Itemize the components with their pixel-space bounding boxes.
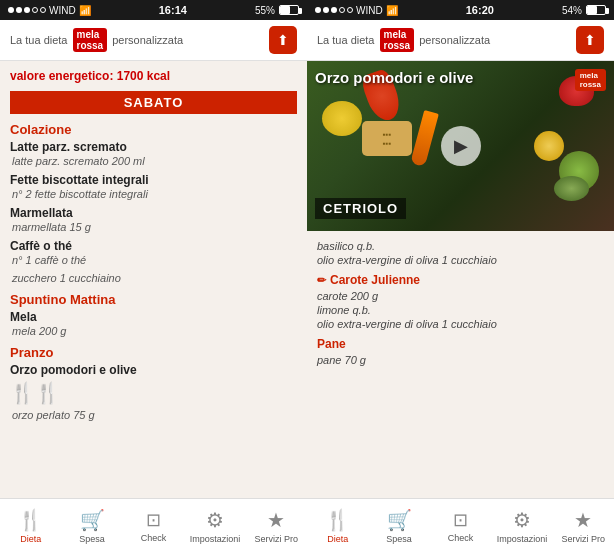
dot2: [16, 7, 22, 13]
share-button-right[interactable]: ⬆: [576, 26, 604, 54]
nav-dieta-right[interactable]: 🍴 Dieta: [307, 508, 368, 544]
nav-spesa-right[interactable]: 🛒 Spesa: [368, 508, 429, 544]
section-pranzo: Pranzo Orzo pomodori e olive 🍴🍴 orzo per…: [10, 345, 297, 421]
nav-impostazioni-right[interactable]: ⚙ Impostazioni: [491, 508, 552, 544]
section-title-colazione: Colazione: [10, 122, 297, 137]
time-left: 16:14: [159, 4, 187, 16]
nav-check-right[interactable]: ⊡ Check: [430, 509, 491, 543]
time-right: 16:20: [466, 4, 494, 16]
wifi-icon-left: 📶: [79, 5, 91, 16]
cetriolo-label: CETRIOLO: [315, 198, 406, 219]
item-caffe-detail1: n° 1 caffè o thé: [10, 254, 297, 266]
item-caffe-detail2: zucchero 1 cucchiaino: [10, 272, 297, 284]
nav-servizi-right[interactable]: ★ Servizi Pro: [553, 508, 614, 544]
battery-pct-right: 54%: [562, 5, 582, 16]
item-caffe-title: Caffè o thé: [10, 239, 297, 253]
header-text-before-right: La tua dieta: [317, 34, 375, 46]
item-latte-detail: latte parz. scremato 200 ml: [10, 155, 297, 167]
nav-servizi-icon-left: ★: [267, 508, 285, 532]
app-header-left: La tua dieta melarossa personalizzata ⬆: [0, 20, 307, 61]
subsection-pane: Pane: [317, 337, 604, 351]
subsection-carote: ✏ Carote Julienne: [317, 273, 604, 287]
recipe-image-bg: ▪▪▪▪▪▪ ▶ CETRIOLO melarossa: [307, 61, 614, 231]
nav-impostazioni-left[interactable]: ⚙ Impostazioni: [184, 508, 245, 544]
header-text-after-left: personalizzata: [112, 34, 183, 46]
dot5r: [347, 7, 353, 13]
status-bar-right: WIND 📶 16:20 54%: [307, 0, 614, 20]
dot3r: [331, 7, 337, 13]
nav-servizi-label-left: Servizi Pro: [255, 534, 299, 544]
status-right-left: 55%: [255, 5, 299, 16]
nav-spesa-label-right: Spesa: [386, 534, 412, 544]
carote-detail3: olio extra-vergine di oliva 1 cucchiaio: [317, 317, 604, 331]
fork-icon-decoration: 🍴🍴: [10, 381, 297, 405]
nav-check-icon-left: ⊡: [146, 509, 161, 531]
dot4: [32, 7, 38, 13]
nav-impostazioni-label-right: Impostazioni: [497, 534, 548, 544]
section-colazione: Colazione Latte parz. scremato latte par…: [10, 122, 297, 284]
nav-check-label-right: Check: [448, 533, 474, 543]
section-title-spuntino: Spuntino Mattina: [10, 292, 297, 307]
battery-pct-left: 55%: [255, 5, 275, 16]
header-text-before-left: La tua dieta: [10, 34, 68, 46]
energy-value: 1700 kcal: [117, 69, 170, 83]
recipe-title: Orzo pomodori e olive: [315, 69, 473, 86]
item-marmellata-detail: marmellata 15 g: [10, 221, 297, 233]
carrot-decoration: [410, 110, 439, 167]
status-right-right: 54%: [562, 5, 606, 16]
pencil-icon-carote: ✏: [317, 274, 326, 287]
nav-check-icon-right: ⊡: [453, 509, 468, 531]
status-left-right: WIND 📶: [315, 5, 398, 16]
dot5: [40, 7, 46, 13]
subsection-carote-label: Carote Julienne: [330, 273, 420, 287]
item-fette-title: Fette biscottate integrali: [10, 173, 297, 187]
item-latte-title: Latte parz. scremato: [10, 140, 297, 154]
nav-servizi-icon-right: ★: [574, 508, 592, 532]
left-phone: WIND 📶 16:14 55% La tua dieta melarossa …: [0, 0, 307, 552]
ingredient-olio1: olio extra-vergine di oliva 1 cucchiaio: [317, 253, 604, 267]
signal-dots: [8, 7, 46, 13]
nav-check-left[interactable]: ⊡ Check: [123, 509, 184, 543]
melarossa-badge: melarossa: [575, 69, 606, 91]
wifi-icon-right: 📶: [386, 5, 398, 16]
logo-mela-right: melarossa: [380, 28, 415, 52]
recipe-image[interactable]: ▪▪▪▪▪▪ ▶ CETRIOLO melarossa Orzo pomodor…: [307, 61, 614, 231]
dot2r: [323, 7, 329, 13]
section-spuntino: Spuntino Mattina Mela mela 200 g: [10, 292, 297, 337]
bottom-nav-left: 🍴 Dieta 🛒 Spesa ⊡ Check ⚙ Impostazioni ★…: [0, 498, 307, 552]
right-phone: WIND 📶 16:20 54% La tua dieta melarossa …: [307, 0, 614, 552]
nav-servizi-left[interactable]: ★ Servizi Pro: [246, 508, 307, 544]
nav-spesa-icon-right: 🛒: [387, 508, 412, 532]
lemon-decoration: [322, 101, 362, 136]
nav-dieta-left[interactable]: 🍴 Dieta: [0, 508, 61, 544]
play-button[interactable]: ▶: [441, 126, 481, 166]
olive-decoration: [554, 176, 589, 201]
nav-dieta-icon-right: 🍴: [325, 508, 350, 532]
nav-servizi-label-right: Servizi Pro: [562, 534, 606, 544]
carote-detail1: carote 200 g: [317, 289, 604, 303]
share-icon-left: ⬆: [277, 32, 289, 48]
dot4r: [339, 7, 345, 13]
energy-label: valore energetico:: [10, 69, 113, 83]
ingredient-basilico: basilico q.b.: [317, 239, 604, 253]
dot1: [8, 7, 14, 13]
carrier-right: WIND: [356, 5, 383, 16]
share-button-left[interactable]: ⬆: [269, 26, 297, 54]
bottom-nav-right: 🍴 Dieta 🛒 Spesa ⊡ Check ⚙ Impostazioni ★…: [307, 498, 614, 552]
signal-dots-right: [315, 7, 353, 13]
item-mela-title: Mela: [10, 310, 297, 324]
carrier-left: WIND: [49, 5, 76, 16]
nav-dieta-label-right: Dieta: [327, 534, 348, 544]
app-header-right: La tua dieta melarossa personalizzata ⬆: [307, 20, 614, 61]
item-orzo-detail: orzo perlato 75 g: [10, 409, 297, 421]
nav-dieta-label-left: Dieta: [20, 534, 41, 544]
battery-fill-left: [280, 6, 290, 14]
nav-spesa-label-left: Spesa: [79, 534, 105, 544]
header-text-after-right: personalizzata: [419, 34, 490, 46]
nav-check-label-left: Check: [141, 533, 167, 543]
grain-decoration: ▪▪▪▪▪▪: [362, 121, 412, 156]
header-logo-right: La tua dieta melarossa personalizzata: [317, 28, 490, 52]
pane-detail: pane 70 g: [317, 353, 604, 367]
nav-spesa-left[interactable]: 🛒 Spesa: [61, 508, 122, 544]
onion-decoration: [534, 131, 564, 161]
